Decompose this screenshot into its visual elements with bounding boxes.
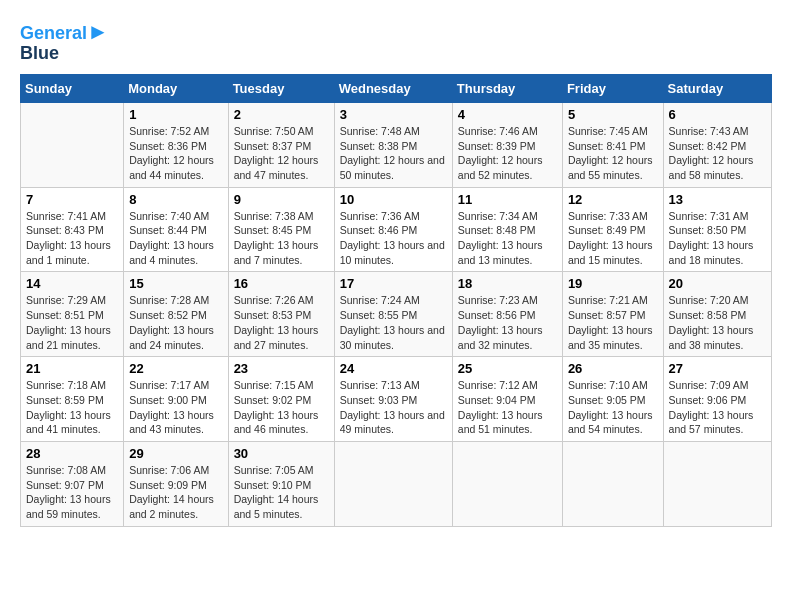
day-number: 6 <box>669 107 766 122</box>
day-number: 20 <box>669 276 766 291</box>
day-info: Sunrise: 7:50 AMSunset: 8:37 PMDaylight:… <box>234 124 329 183</box>
day-info: Sunrise: 7:29 AMSunset: 8:51 PMDaylight:… <box>26 293 118 352</box>
day-info: Sunrise: 7:43 AMSunset: 8:42 PMDaylight:… <box>669 124 766 183</box>
day-number: 29 <box>129 446 222 461</box>
day-info: Sunrise: 7:45 AMSunset: 8:41 PMDaylight:… <box>568 124 658 183</box>
calendar-cell: 23Sunrise: 7:15 AMSunset: 9:02 PMDayligh… <box>228 357 334 442</box>
day-info: Sunrise: 7:08 AMSunset: 9:07 PMDaylight:… <box>26 463 118 522</box>
week-row-1: 1Sunrise: 7:52 AMSunset: 8:36 PMDaylight… <box>21 102 772 187</box>
day-info: Sunrise: 7:09 AMSunset: 9:06 PMDaylight:… <box>669 378 766 437</box>
day-info: Sunrise: 7:34 AMSunset: 8:48 PMDaylight:… <box>458 209 557 268</box>
weekday-header-monday: Monday <box>124 74 228 102</box>
day-number: 14 <box>26 276 118 291</box>
day-number: 13 <box>669 192 766 207</box>
weekday-header-saturday: Saturday <box>663 74 771 102</box>
calendar-table: SundayMondayTuesdayWednesdayThursdayFrid… <box>20 74 772 527</box>
calendar-cell: 19Sunrise: 7:21 AMSunset: 8:57 PMDayligh… <box>562 272 663 357</box>
day-info: Sunrise: 7:26 AMSunset: 8:53 PMDaylight:… <box>234 293 329 352</box>
day-info: Sunrise: 7:52 AMSunset: 8:36 PMDaylight:… <box>129 124 222 183</box>
calendar-cell: 26Sunrise: 7:10 AMSunset: 9:05 PMDayligh… <box>562 357 663 442</box>
day-number: 26 <box>568 361 658 376</box>
day-info: Sunrise: 7:20 AMSunset: 8:58 PMDaylight:… <box>669 293 766 352</box>
day-number: 28 <box>26 446 118 461</box>
day-number: 4 <box>458 107 557 122</box>
calendar-cell: 13Sunrise: 7:31 AMSunset: 8:50 PMDayligh… <box>663 187 771 272</box>
page-header: General►Blue <box>20 20 772 64</box>
calendar-cell: 30Sunrise: 7:05 AMSunset: 9:10 PMDayligh… <box>228 441 334 526</box>
calendar-cell: 10Sunrise: 7:36 AMSunset: 8:46 PMDayligh… <box>334 187 452 272</box>
day-info: Sunrise: 7:33 AMSunset: 8:49 PMDaylight:… <box>568 209 658 268</box>
calendar-cell <box>334 441 452 526</box>
calendar-cell: 3Sunrise: 7:48 AMSunset: 8:38 PMDaylight… <box>334 102 452 187</box>
week-row-2: 7Sunrise: 7:41 AMSunset: 8:43 PMDaylight… <box>21 187 772 272</box>
day-info: Sunrise: 7:18 AMSunset: 8:59 PMDaylight:… <box>26 378 118 437</box>
weekday-header-friday: Friday <box>562 74 663 102</box>
calendar-cell: 18Sunrise: 7:23 AMSunset: 8:56 PMDayligh… <box>452 272 562 357</box>
calendar-cell: 21Sunrise: 7:18 AMSunset: 8:59 PMDayligh… <box>21 357 124 442</box>
weekday-header-wednesday: Wednesday <box>334 74 452 102</box>
day-number: 15 <box>129 276 222 291</box>
day-number: 17 <box>340 276 447 291</box>
weekday-header-sunday: Sunday <box>21 74 124 102</box>
calendar-cell <box>21 102 124 187</box>
calendar-cell: 4Sunrise: 7:46 AMSunset: 8:39 PMDaylight… <box>452 102 562 187</box>
day-info: Sunrise: 7:23 AMSunset: 8:56 PMDaylight:… <box>458 293 557 352</box>
day-number: 19 <box>568 276 658 291</box>
calendar-cell: 14Sunrise: 7:29 AMSunset: 8:51 PMDayligh… <box>21 272 124 357</box>
day-number: 23 <box>234 361 329 376</box>
day-info: Sunrise: 7:10 AMSunset: 9:05 PMDaylight:… <box>568 378 658 437</box>
logo: General►Blue <box>20 20 109 64</box>
calendar-cell: 25Sunrise: 7:12 AMSunset: 9:04 PMDayligh… <box>452 357 562 442</box>
day-number: 18 <box>458 276 557 291</box>
logo-text: General►Blue <box>20 20 109 64</box>
day-number: 30 <box>234 446 329 461</box>
calendar-cell: 20Sunrise: 7:20 AMSunset: 8:58 PMDayligh… <box>663 272 771 357</box>
day-info: Sunrise: 7:48 AMSunset: 8:38 PMDaylight:… <box>340 124 447 183</box>
day-number: 16 <box>234 276 329 291</box>
calendar-cell: 17Sunrise: 7:24 AMSunset: 8:55 PMDayligh… <box>334 272 452 357</box>
calendar-cell: 1Sunrise: 7:52 AMSunset: 8:36 PMDaylight… <box>124 102 228 187</box>
day-info: Sunrise: 7:15 AMSunset: 9:02 PMDaylight:… <box>234 378 329 437</box>
calendar-cell: 27Sunrise: 7:09 AMSunset: 9:06 PMDayligh… <box>663 357 771 442</box>
day-number: 2 <box>234 107 329 122</box>
calendar-cell <box>452 441 562 526</box>
day-info: Sunrise: 7:12 AMSunset: 9:04 PMDaylight:… <box>458 378 557 437</box>
day-number: 24 <box>340 361 447 376</box>
day-number: 11 <box>458 192 557 207</box>
day-number: 21 <box>26 361 118 376</box>
day-info: Sunrise: 7:17 AMSunset: 9:00 PMDaylight:… <box>129 378 222 437</box>
calendar-cell: 22Sunrise: 7:17 AMSunset: 9:00 PMDayligh… <box>124 357 228 442</box>
calendar-cell: 11Sunrise: 7:34 AMSunset: 8:48 PMDayligh… <box>452 187 562 272</box>
day-number: 22 <box>129 361 222 376</box>
day-number: 1 <box>129 107 222 122</box>
day-number: 5 <box>568 107 658 122</box>
weekday-header-row: SundayMondayTuesdayWednesdayThursdayFrid… <box>21 74 772 102</box>
week-row-5: 28Sunrise: 7:08 AMSunset: 9:07 PMDayligh… <box>21 441 772 526</box>
weekday-header-tuesday: Tuesday <box>228 74 334 102</box>
day-number: 3 <box>340 107 447 122</box>
calendar-cell: 29Sunrise: 7:06 AMSunset: 9:09 PMDayligh… <box>124 441 228 526</box>
weekday-header-thursday: Thursday <box>452 74 562 102</box>
calendar-cell: 24Sunrise: 7:13 AMSunset: 9:03 PMDayligh… <box>334 357 452 442</box>
calendar-cell: 16Sunrise: 7:26 AMSunset: 8:53 PMDayligh… <box>228 272 334 357</box>
calendar-cell: 8Sunrise: 7:40 AMSunset: 8:44 PMDaylight… <box>124 187 228 272</box>
week-row-3: 14Sunrise: 7:29 AMSunset: 8:51 PMDayligh… <box>21 272 772 357</box>
calendar-cell <box>562 441 663 526</box>
calendar-cell: 2Sunrise: 7:50 AMSunset: 8:37 PMDaylight… <box>228 102 334 187</box>
day-info: Sunrise: 7:13 AMSunset: 9:03 PMDaylight:… <box>340 378 447 437</box>
calendar-cell: 15Sunrise: 7:28 AMSunset: 8:52 PMDayligh… <box>124 272 228 357</box>
calendar-cell <box>663 441 771 526</box>
day-info: Sunrise: 7:28 AMSunset: 8:52 PMDaylight:… <box>129 293 222 352</box>
calendar-cell: 9Sunrise: 7:38 AMSunset: 8:45 PMDaylight… <box>228 187 334 272</box>
day-info: Sunrise: 7:31 AMSunset: 8:50 PMDaylight:… <box>669 209 766 268</box>
calendar-cell: 6Sunrise: 7:43 AMSunset: 8:42 PMDaylight… <box>663 102 771 187</box>
day-number: 12 <box>568 192 658 207</box>
calendar-cell: 28Sunrise: 7:08 AMSunset: 9:07 PMDayligh… <box>21 441 124 526</box>
calendar-cell: 5Sunrise: 7:45 AMSunset: 8:41 PMDaylight… <box>562 102 663 187</box>
day-number: 10 <box>340 192 447 207</box>
day-info: Sunrise: 7:36 AMSunset: 8:46 PMDaylight:… <box>340 209 447 268</box>
day-number: 27 <box>669 361 766 376</box>
calendar-cell: 12Sunrise: 7:33 AMSunset: 8:49 PMDayligh… <box>562 187 663 272</box>
week-row-4: 21Sunrise: 7:18 AMSunset: 8:59 PMDayligh… <box>21 357 772 442</box>
day-info: Sunrise: 7:46 AMSunset: 8:39 PMDaylight:… <box>458 124 557 183</box>
